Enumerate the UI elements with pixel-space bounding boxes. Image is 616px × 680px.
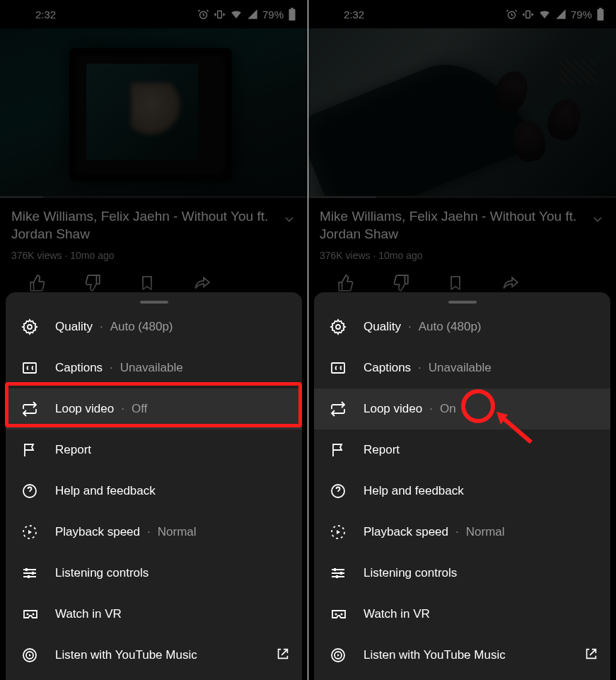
row-loop[interactable]: Loop video · Off: [6, 388, 302, 430]
captions-value: Unavailable: [120, 361, 183, 375]
ytmusic-label: Listen with YouTube Music: [55, 648, 197, 662]
quality-value: Auto (480p): [419, 320, 482, 334]
progress-bar[interactable]: [0, 196, 308, 198]
svg-rect-2: [289, 9, 296, 21]
ytmusic-icon: [330, 647, 347, 664]
help-icon: [330, 483, 347, 500]
battery-icon: [288, 8, 296, 21]
cc-icon: [21, 359, 38, 376]
like-icon[interactable]: [337, 274, 355, 292]
row-help[interactable]: Help and feedback: [314, 471, 610, 512]
svg-rect-9: [32, 572, 34, 575]
video-scene-person: [489, 67, 533, 116]
row-captions[interactable]: Captions · Unavailable: [6, 347, 302, 388]
video-scene-person: [544, 96, 585, 143]
row-captions[interactable]: Captions · Unavailable: [314, 347, 610, 388]
row-listening[interactable]: Listening controls: [6, 553, 302, 594]
video-meta: 376K views · 10mo ago: [320, 250, 605, 261]
gear-icon: [330, 318, 347, 335]
age: 10mo ago: [70, 250, 114, 261]
video-player[interactable]: [0, 28, 308, 198]
status-bar: 2:32 79%: [308, 0, 616, 28]
svg-rect-20: [332, 363, 344, 373]
speed-value: Normal: [466, 525, 505, 539]
flag-icon: [21, 442, 38, 459]
svg-point-11: [27, 613, 29, 616]
video-title[interactable]: Mike Williams, Felix Jaehn - Without You…: [11, 208, 275, 243]
row-vr[interactable]: Watch in VR: [6, 594, 302, 635]
chevron-down-icon[interactable]: [591, 212, 605, 226]
video-scene-car: [308, 42, 534, 198]
dislike-icon[interactable]: [83, 274, 102, 292]
signal-icon: [555, 8, 566, 20]
share-icon[interactable]: [501, 274, 521, 292]
video-meta: 376K views · 10mo ago: [11, 250, 296, 261]
clock: 2:32: [35, 8, 56, 21]
svg-rect-25: [336, 575, 338, 578]
status-icons: 79%: [197, 8, 296, 21]
video-scene-tv: [69, 48, 232, 181]
quality-label: Quality: [55, 320, 93, 334]
dislike-icon[interactable]: [392, 274, 410, 292]
views: 376K views: [320, 250, 371, 261]
like-icon[interactable]: [28, 274, 47, 292]
row-report[interactable]: Report: [314, 430, 610, 471]
svg-rect-8: [25, 568, 28, 571]
ytmusic-label: Listen with YouTube Music: [364, 648, 506, 662]
row-speed[interactable]: Playback speed · Normal: [6, 512, 302, 553]
captions-label: Captions: [55, 361, 103, 375]
svg-rect-18: [599, 8, 602, 9]
sliders-icon: [330, 565, 347, 582]
svg-point-26: [335, 613, 337, 616]
speed-value: Normal: [158, 525, 197, 539]
screenshot-right: 2:32 79% Mike Williams, Felix Jaehn - Wi…: [308, 0, 616, 680]
gear-icon: [21, 318, 38, 335]
vr-label: Watch in VR: [55, 607, 122, 621]
svg-rect-17: [598, 9, 604, 21]
cc-icon: [330, 359, 347, 376]
battery-percent: 79%: [571, 8, 592, 21]
status-icons: 79%: [506, 8, 605, 21]
sliders-icon: [21, 565, 38, 582]
row-quality[interactable]: Quality · Auto (480p): [6, 306, 302, 347]
video-info: Mike Williams, Felix Jaehn - Without You…: [308, 198, 616, 292]
row-help[interactable]: Help and feedback: [6, 471, 302, 512]
save-icon[interactable]: [447, 274, 464, 292]
sheet-handle[interactable]: [140, 301, 168, 304]
report-label: Report: [364, 443, 400, 457]
vibrate-icon: [522, 8, 534, 21]
svg-point-27: [341, 613, 343, 616]
flag-icon: [330, 442, 347, 459]
chevron-down-icon[interactable]: [282, 212, 296, 226]
row-vr[interactable]: Watch in VR: [314, 594, 610, 635]
quality-label: Quality: [364, 320, 401, 334]
wifi-icon: [538, 8, 551, 21]
row-speed[interactable]: Playback speed · Normal: [314, 512, 610, 553]
speed-label: Playback speed: [55, 525, 140, 539]
report-label: Report: [55, 443, 91, 457]
ytmusic-icon: [21, 647, 38, 664]
vr-icon: [21, 606, 40, 623]
row-report[interactable]: Report: [6, 430, 302, 471]
quality-value: Auto (480p): [110, 320, 173, 334]
row-ytmusic[interactable]: Listen with YouTube Music: [314, 635, 610, 676]
svg-rect-24: [340, 572, 342, 575]
action-row: [11, 274, 296, 292]
status-bar: 2:32 79%: [0, 0, 308, 28]
open-external-icon: [583, 646, 599, 662]
row-loop[interactable]: Loop video · On: [314, 388, 610, 430]
save-icon[interactable]: [139, 274, 156, 292]
video-player[interactable]: [308, 28, 616, 198]
bottom-sheet: Quality · Auto (480p) Captions · Unavail…: [6, 292, 302, 680]
row-listening[interactable]: Listening controls: [314, 553, 610, 594]
loop-value: On: [440, 402, 456, 416]
row-quality[interactable]: Quality · Auto (480p): [314, 306, 610, 347]
video-title[interactable]: Mike Williams, Felix Jaehn - Without You…: [320, 208, 583, 243]
share-icon[interactable]: [192, 274, 212, 292]
sheet-handle[interactable]: [448, 301, 477, 304]
speed-label: Playback speed: [364, 525, 448, 539]
vr-label: Watch in VR: [364, 607, 430, 621]
captions-value: Unavailable: [429, 361, 492, 375]
progress-bar[interactable]: [308, 196, 616, 198]
row-ytmusic[interactable]: Listen with YouTube Music: [6, 635, 302, 676]
